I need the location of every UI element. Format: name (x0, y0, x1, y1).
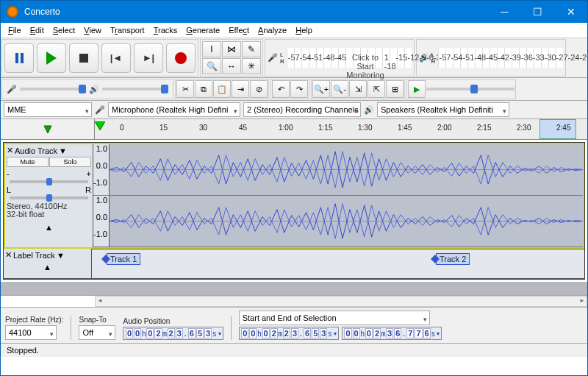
play-button[interactable] (37, 43, 66, 73)
label-text[interactable]: Track 1 (107, 253, 140, 265)
scrollbar-track[interactable] (95, 296, 587, 307)
record-meter[interactable]: 🎤 LR -57-54-51-48-45Click to Start Monit… (265, 39, 415, 77)
timeline-ruler[interactable]: -1501530451:001:151:301:452:002:152:302:… (95, 119, 587, 139)
multi-tool-icon[interactable]: ✳ (242, 58, 261, 74)
mute-button[interactable]: Mute (7, 157, 49, 167)
pause-button[interactable] (4, 43, 34, 73)
menu-view[interactable]: View (79, 24, 106, 36)
fit-project-icon[interactable]: ⇱ (368, 80, 385, 98)
pan-slider[interactable] (10, 196, 88, 199)
project-rate-combo[interactable]: 44100 (5, 325, 57, 340)
audio-track-panel: ✕ Audio Track ▼ Mute Solo -+ LR Stereo, … (5, 144, 93, 247)
track-name[interactable]: Label Track (13, 251, 55, 260)
label-text[interactable]: Track 2 (436, 253, 470, 265)
timeline-tick: 0 (120, 124, 124, 132)
silence-icon[interactable]: ⊘ (250, 80, 268, 98)
timeline-tick: 1:00 (279, 124, 293, 132)
waveform-left[interactable]: 1.00.0-1.0 (93, 144, 583, 196)
project-rate-label: Project Rate (Hz): (5, 316, 63, 324)
menu-help[interactable]: Help (291, 24, 317, 36)
skip-start-button[interactable]: |◄ (101, 43, 131, 73)
menu-edit[interactable]: Edit (26, 24, 49, 36)
track-close-icon[interactable]: ✕ (7, 146, 13, 155)
selection-start-field[interactable]: 00h02m23.653s▾ (239, 327, 339, 340)
label-track-panel: ✕ Label Track ▼ ▲ (4, 249, 92, 278)
envelope-tool-icon[interactable]: ⋈ (222, 41, 241, 57)
playatspeed-toolbar: ▶ (406, 79, 516, 99)
menu-transport[interactable]: Transport (106, 24, 149, 36)
audio-position-field[interactable]: 00h02m23.653s▾ (123, 327, 223, 340)
playhead-icon[interactable] (95, 121, 105, 133)
draw-tool-icon[interactable]: ✎ (242, 41, 261, 57)
menu-select[interactable]: Select (49, 24, 80, 36)
horizontal-scrollbar[interactable] (1, 295, 587, 307)
play-at-speed-icon[interactable]: ▶ (408, 80, 426, 98)
menu-bar: File Edit Select View Transport Tracks G… (1, 23, 587, 38)
selection-mode-combo[interactable]: Start and End of Selection (239, 311, 430, 325)
channels-combo[interactable]: 2 (Stereo) Recording Channels (243, 102, 361, 117)
menu-analyze[interactable]: Analyze (254, 24, 291, 36)
copy-icon[interactable]: ⧉ (195, 80, 212, 98)
menu-file[interactable]: File (4, 24, 26, 36)
solo-button[interactable]: Solo (49, 157, 91, 167)
timeline-tick: 2:30 (517, 124, 531, 132)
edit-toolbar: ✂ ⧉ 📋 ⇥ ⊘ (175, 79, 269, 99)
stop-button[interactable] (69, 43, 98, 73)
menu-effect[interactable]: Effect (224, 24, 254, 36)
cut-icon[interactable]: ✂ (176, 80, 194, 98)
track-name[interactable]: Audio Track (15, 146, 57, 155)
collapse-icon[interactable]: ▲ (5, 263, 90, 272)
collapse-icon[interactable]: ▲ (7, 223, 91, 232)
redo-icon[interactable]: ↷ (290, 80, 308, 98)
record-meter-bar[interactable]: -57-54-51-48-45Click to Start Monitoring… (287, 48, 412, 68)
gain-slider[interactable] (10, 180, 88, 183)
output-device-combo[interactable]: Speakers (Realtek High Definiti (377, 102, 509, 117)
skip-end-button[interactable]: ►| (134, 43, 163, 73)
selection-tool-icon[interactable]: I (202, 41, 221, 57)
timeline-tick: 2:15 (477, 124, 491, 132)
zoom-in-icon[interactable]: 🔍+ (312, 80, 330, 98)
close-button[interactable]: ✕ (554, 1, 587, 23)
label-marker[interactable]: Track 2 (436, 253, 470, 265)
record-button[interactable] (166, 43, 196, 73)
speed-slider[interactable] (426, 88, 514, 91)
menu-generate[interactable]: Generate (182, 24, 224, 36)
minimize-button[interactable]: ─ (488, 1, 521, 23)
tracks-area: ✕ Audio Track ▼ Mute Solo -+ LR Stereo, … (3, 142, 585, 280)
zoom-out-icon[interactable]: 🔍- (331, 80, 348, 98)
record-volume-slider[interactable] (20, 88, 86, 91)
selection-end-field[interactable]: 00h02m36.776s▾ (342, 327, 442, 340)
waveform-right[interactable]: 1.00.0-1.0 (93, 196, 583, 247)
pin-icon[interactable] (43, 124, 53, 135)
zoom-toggle-icon[interactable]: ⊞ (386, 80, 404, 98)
paste-icon[interactable]: 📋 (213, 80, 231, 98)
status-text: Stopped. (7, 346, 39, 355)
undo-icon[interactable]: ↶ (272, 80, 290, 98)
speaker-icon: 🔊 (89, 85, 99, 94)
maximize-button[interactable]: ☐ (521, 1, 554, 23)
title-bar: Concerto ─ ☐ ✕ (1, 1, 587, 23)
input-device-combo[interactable]: Microphone (Realtek High Defini (108, 102, 240, 117)
track-menu-icon[interactable]: ▼ (59, 146, 67, 155)
transport-toolbar: |◄ ►| (1, 39, 198, 77)
play-meter-bar[interactable]: -57-54-51-48-45-42-39-36-33-30-27-24-21-… (438, 48, 563, 68)
trim-icon[interactable]: ⇥ (232, 80, 249, 98)
gain-minus: - (7, 169, 10, 178)
track-close-icon[interactable]: ✕ (5, 250, 12, 260)
menu-tracks[interactable]: Tracks (149, 24, 182, 36)
label-marker[interactable]: Track 1 (107, 253, 140, 265)
zoom-tool-icon[interactable]: 🔍 (202, 58, 221, 74)
mic-icon: 🎤 (7, 85, 17, 94)
track-menu-icon[interactable]: ▼ (57, 251, 65, 260)
audio-host-combo[interactable]: MME (4, 102, 92, 117)
playback-volume-slider[interactable] (102, 88, 168, 91)
timeshift-tool-icon[interactable]: ↔ (222, 58, 241, 74)
timeline-tick: 1:45 (398, 124, 412, 132)
fit-selection-icon[interactable]: ⇲ (349, 80, 367, 98)
label-track-area[interactable]: Track 1 Track 2 (92, 249, 584, 278)
meter-lr-label: LR (280, 52, 284, 65)
snap-to-combo[interactable]: Off (79, 325, 115, 340)
audio-waveform[interactable]: 1.00.0-1.0 1.00.0-1.0 (93, 144, 583, 247)
mic-icon: 🎤 (95, 105, 105, 115)
timeline-head[interactable] (1, 119, 95, 139)
